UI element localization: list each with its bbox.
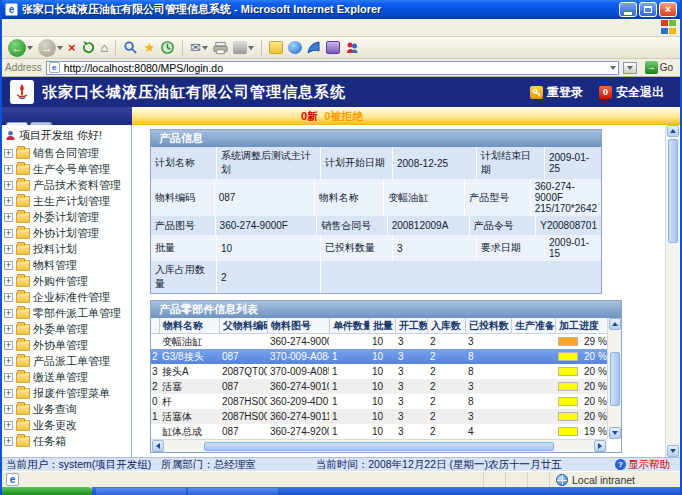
- page-scrollbar[interactable]: [665, 125, 679, 457]
- table-row[interactable]: 2 G3/8接头 087 370-009-A0840 1 10 3 2 8 2: [151, 349, 621, 364]
- material-name-cell[interactable]: 缸体总成: [159, 425, 219, 439]
- sidebar-item-label[interactable]: 产品技术资料管理: [33, 178, 121, 193]
- refresh-button[interactable]: [81, 40, 96, 55]
- expand-plus-icon[interactable]: +: [4, 309, 13, 318]
- maximize-button[interactable]: [639, 2, 657, 17]
- table-row[interactable]: 变幅油缸 360-274-9000F 10 3 2 3 29 %: [151, 334, 621, 349]
- expand-plus-icon[interactable]: +: [4, 165, 13, 174]
- rejected-tasks-badge[interactable]: 0被拒绝: [324, 109, 363, 124]
- edit-button[interactable]: [233, 41, 254, 54]
- sidebar-item-label[interactable]: 业务查询: [33, 402, 77, 417]
- table-row[interactable]: 1 活塞体 2087HS002 360-274-9011W 1 10 3 2 3: [151, 409, 621, 424]
- sidebar-item-label[interactable]: 外协计划管理: [33, 226, 99, 241]
- table-row[interactable]: 缸体总成 087 360-274-9200F 1 10 3 2 4 19 %: [151, 424, 621, 439]
- scroll-thumb[interactable]: [610, 352, 620, 406]
- show-help-link[interactable]: ? 显示帮助: [615, 458, 670, 472]
- relogin-button[interactable]: 重登录: [530, 84, 583, 101]
- parts-horizontal-scrollbar[interactable]: [151, 439, 607, 452]
- sidebar-item[interactable]: + 企业标准件管理: [4, 289, 131, 305]
- column-header[interactable]: 批量: [369, 318, 395, 333]
- table-row[interactable]: 3 接头A 2087QT002 370-009-A0850 1 10 3 2 8: [151, 364, 621, 379]
- sidebar-item-label[interactable]: 缴送单管理: [33, 370, 88, 385]
- minimize-button[interactable]: [619, 2, 637, 17]
- sidebar-item-label[interactable]: 企业标准件管理: [33, 290, 110, 305]
- expand-plus-icon[interactable]: +: [4, 341, 13, 350]
- material-name-cell[interactable]: 接头A: [159, 365, 219, 379]
- column-header[interactable]: 入库数: [427, 318, 465, 333]
- menu-item[interactable]: [20, 26, 34, 30]
- mail-button[interactable]: ✉: [190, 40, 208, 56]
- help-label[interactable]: 显示帮助: [628, 458, 670, 472]
- sidebar-item[interactable]: + 外购件管理: [4, 273, 131, 289]
- sidebar-item[interactable]: + 销售合同管理: [4, 145, 131, 161]
- scroll-right-button[interactable]: [594, 440, 606, 452]
- sidebar-item-label[interactable]: 外委计划管理: [33, 210, 99, 225]
- sidebar-item[interactable]: + 生产令号单管理: [4, 161, 131, 177]
- expand-plus-icon[interactable]: +: [4, 197, 13, 206]
- chevron-down-icon[interactable]: [248, 46, 254, 50]
- expand-plus-icon[interactable]: +: [4, 357, 13, 366]
- taskbar-button[interactable]: [188, 488, 278, 495]
- expand-plus-icon[interactable]: +: [4, 389, 13, 398]
- sidebar-item[interactable]: + 外协单管理: [4, 337, 131, 353]
- sidebar-item[interactable]: + 产品技术资料管理: [4, 177, 131, 193]
- sidebar-item-label[interactable]: 业务更改: [33, 418, 77, 433]
- sidebar-item[interactable]: + 外协计划管理: [4, 225, 131, 241]
- expand-plus-icon[interactable]: +: [4, 373, 13, 382]
- address-url[interactable]: http://localhost:8080/MPS/login.do: [64, 62, 609, 74]
- address-dropdown-button[interactable]: [610, 66, 616, 70]
- print-button[interactable]: [213, 41, 228, 55]
- menu-item[interactable]: [6, 26, 20, 30]
- expand-plus-icon[interactable]: +: [4, 293, 13, 302]
- back-button[interactable]: ←: [8, 39, 33, 57]
- sidebar-item[interactable]: + 外委单管理: [4, 321, 131, 337]
- column-header[interactable]: 父物料编码: [219, 318, 267, 333]
- sidebar-item-label[interactable]: 外协单管理: [33, 338, 88, 353]
- sidebar-item-label[interactable]: 销售合同管理: [33, 146, 99, 161]
- title-bar[interactable]: e 张家口长城液压油缸有限公司管理信息系统 - Microsoft Intern…: [2, 0, 680, 19]
- sidebar-item-label[interactable]: 任务箱: [33, 434, 66, 449]
- sidebar-item-label[interactable]: 投料计划: [33, 242, 77, 257]
- table-row[interactable]: 2 活塞 087 360-274-9010F 1 10 3 2 3 20 %: [151, 379, 621, 394]
- material-name-cell[interactable]: 变幅油缸: [159, 335, 219, 349]
- sidebar-item-label[interactable]: 主生产计划管理: [33, 194, 110, 209]
- parts-vertical-scrollbar[interactable]: [607, 318, 621, 439]
- sidebar-item-label[interactable]: 外购件管理: [33, 274, 88, 289]
- sidebar-item[interactable]: + 主生产计划管理: [4, 193, 131, 209]
- menu-item[interactable]: [62, 26, 76, 30]
- sidebar-item[interactable]: + 业务更改: [4, 417, 131, 433]
- scroll-down-button[interactable]: [609, 427, 621, 439]
- logout-button[interactable]: 0 安全退出: [599, 84, 664, 101]
- material-name-cell[interactable]: 杆: [159, 395, 219, 409]
- chevron-down-icon[interactable]: [57, 46, 63, 50]
- expand-plus-icon[interactable]: +: [4, 421, 13, 430]
- sidebar-item-label[interactable]: 物料管理: [33, 258, 77, 273]
- column-header[interactable]: 生产准备: [511, 318, 555, 333]
- column-header[interactable]: 开工数: [395, 318, 427, 333]
- expand-plus-icon[interactable]: +: [4, 245, 13, 254]
- expand-plus-icon[interactable]: +: [4, 405, 13, 414]
- go-button[interactable]: → Go: [641, 61, 677, 74]
- scroll-thumb[interactable]: [204, 442, 554, 451]
- menu-item[interactable]: [48, 26, 62, 30]
- scroll-thumb[interactable]: [668, 139, 678, 243]
- messenger-button[interactable]: [307, 41, 321, 54]
- sidebar-item[interactable]: + 物料管理: [4, 257, 131, 273]
- column-header[interactable]: 已投料数: [465, 318, 511, 333]
- chevron-down-icon[interactable]: [202, 46, 208, 50]
- taskbar-button[interactable]: [96, 488, 186, 495]
- expand-plus-icon[interactable]: +: [4, 181, 13, 190]
- msn-button[interactable]: [288, 41, 302, 54]
- expand-plus-icon[interactable]: +: [4, 261, 13, 270]
- menu-item[interactable]: [34, 26, 48, 30]
- research-button[interactable]: [326, 41, 340, 54]
- start-button[interactable]: [2, 487, 92, 495]
- expand-plus-icon[interactable]: +: [4, 149, 13, 158]
- sidebar-item[interactable]: + 投料计划: [4, 241, 131, 257]
- column-header[interactable]: 加工进度: [555, 318, 607, 333]
- expand-plus-icon[interactable]: +: [4, 213, 13, 222]
- material-name-cell[interactable]: 活塞: [159, 380, 219, 394]
- sidebar-item[interactable]: + 缴送单管理: [4, 369, 131, 385]
- expand-plus-icon[interactable]: +: [4, 277, 13, 286]
- address-dropdown[interactable]: [623, 62, 637, 74]
